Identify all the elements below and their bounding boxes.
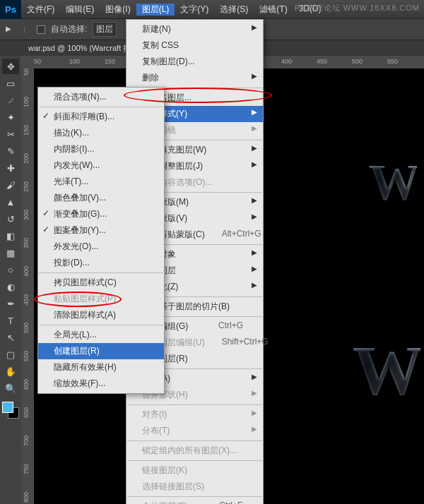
submenu-arrow-icon: ▶ (252, 196, 257, 204)
menu-item[interactable]: 外发光(O)... (38, 239, 164, 255)
auto-select-label: 自动选择: (51, 23, 87, 35)
check-icon: ✓ (42, 224, 49, 234)
layer-select-dropdown[interactable]: 图层 (93, 22, 117, 37)
menu-separator (127, 460, 262, 461)
submenu-arrow-icon: ▶ (252, 72, 257, 80)
ruler-vertical: 5010015020025030035040045050055060065070… (21, 68, 34, 504)
menu-separator (39, 325, 163, 325)
zoom-tool[interactable]: 🔍 (2, 380, 19, 396)
menu-item[interactable]: 拷贝图层样式(C) (38, 275, 164, 291)
foreground-color[interactable] (2, 402, 13, 413)
check-icon: ✓ (42, 208, 49, 218)
text-effect-top: W (369, 153, 417, 212)
submenu-arrow-icon: ▶ (252, 124, 257, 132)
menu-item: 合并图层(E)Ctrl+E (126, 498, 263, 504)
move-tool[interactable]: ✥ (2, 59, 19, 74)
brush-tool[interactable]: 🖌 (2, 177, 19, 193)
dodge-tool[interactable]: ◐ (2, 279, 19, 294)
menu-separator (127, 440, 262, 441)
menu-item: 对齐(I)▶ (126, 407, 263, 423)
hand-tool[interactable]: ✋ (2, 364, 19, 379)
pen-tool[interactable]: ✒ (2, 296, 19, 311)
submenu-arrow-icon: ▶ (252, 144, 257, 152)
history-brush-tool[interactable]: ↺ (2, 211, 19, 227)
menu-item[interactable]: 内发光(W)... (38, 157, 164, 174)
menu-separator (127, 404, 262, 405)
move-tool-icon[interactable] (6, 23, 18, 36)
menu-item[interactable]: 斜面和浮雕(B)...✓ (38, 109, 164, 125)
path-tool[interactable]: ↖ (2, 330, 19, 345)
menu-item[interactable]: 描边(K)... (38, 125, 164, 141)
menu-item[interactable]: 颜色叠加(V)... (38, 190, 164, 206)
menu-separator (39, 107, 163, 107)
menu-item[interactable]: 创建图层(R) (38, 343, 164, 359)
submenu-arrow-icon: ▶ (252, 23, 257, 31)
wand-tool[interactable]: ✦ (2, 109, 19, 125)
menubar-item[interactable]: 文件(F) (21, 4, 60, 16)
blur-tool[interactable]: ○ (2, 262, 19, 277)
submenu-arrow-icon: ▶ (252, 248, 257, 256)
menu-item: 粘贴图层样式(P) (38, 291, 164, 307)
layer-style-submenu: 混合选项(N)...斜面和浮雕(B)...✓描边(K)...内阴影(I)...内… (37, 87, 165, 394)
submenu-arrow-icon: ▶ (252, 212, 257, 220)
healing-tool[interactable]: ✚ (2, 160, 19, 176)
submenu-arrow-icon: ▶ (252, 389, 257, 397)
shape-tool[interactable]: ▢ (2, 347, 19, 362)
menu-item[interactable]: 复制图层(D)... (126, 54, 263, 70)
app-logo: Ps (0, 0, 21, 19)
submenu-arrow-icon: ▶ (252, 373, 257, 380)
menu-item[interactable]: 缩放效果(F)... (38, 376, 164, 392)
menubar-item[interactable]: 滤镜(T) (254, 4, 293, 16)
menu-separator (127, 496, 262, 497)
auto-select-checkbox[interactable] (37, 25, 45, 34)
menubar-item[interactable]: 图层(L) (136, 4, 175, 16)
tools-panel: ✥ ▭ ⟋ ✦ ✂ ✎ ✚ 🖌 ▲ ↺ ◧ ▦ ○ ◐ ✒ T ↖ ▢ ✋ 🔍 (0, 56, 21, 504)
menu-item[interactable]: 删除▶ (126, 70, 263, 86)
eraser-tool[interactable]: ◧ (2, 228, 19, 244)
menu-item: 分布(T)▶ (126, 423, 263, 439)
document-tab[interactable]: war.psd @ 100% (Warcraft 拷 (21, 43, 138, 54)
eyedropper-tool[interactable]: ✎ (2, 143, 19, 159)
menu-item[interactable]: 新建(N)▶ (126, 21, 263, 37)
gradient-tool[interactable]: ▦ (2, 245, 19, 260)
type-tool[interactable]: T (2, 313, 19, 328)
menubar-item[interactable]: 图像(I) (100, 4, 136, 16)
color-swatches[interactable] (2, 402, 19, 419)
menubar-item[interactable]: 编辑(E) (60, 4, 100, 16)
menu-separator (39, 272, 163, 273)
submenu-arrow-icon: ▶ (252, 281, 257, 289)
menu-item: 锁定组内的所有图层(X)... (126, 443, 263, 459)
menu-item[interactable]: 隐藏所有效果(H) (38, 359, 164, 376)
menubar-item[interactable]: 选择(S) (214, 4, 254, 16)
submenu-arrow-icon: ▶ (252, 160, 257, 168)
tool-preset-dropdown[interactable] (24, 26, 31, 33)
text-effect-bottom: W (353, 330, 420, 411)
check-icon: ✓ (42, 111, 49, 121)
stamp-tool[interactable]: ▲ (2, 194, 19, 210)
menu-item: 链接图层(K) (126, 462, 263, 479)
menu-item[interactable]: 复制 CSS (126, 37, 263, 54)
lasso-tool[interactable]: ⟋ (2, 92, 19, 108)
menu-item[interactable]: 光泽(T)... (38, 174, 164, 190)
submenu-arrow-icon: ▶ (252, 409, 257, 416)
menu-item[interactable]: 投影(D)... (38, 255, 164, 271)
crop-tool[interactable]: ✂ (2, 126, 19, 142)
menu-item[interactable]: 混合选项(N)... (38, 89, 164, 105)
watermark: PS教程论坛 WWW.16XX8.COM (295, 3, 420, 13)
submenu-arrow-icon: ▶ (252, 265, 257, 272)
menu-item[interactable]: 全局光(L)... (38, 327, 164, 343)
menubar-item[interactable]: 文字(Y) (175, 4, 214, 16)
submenu-arrow-icon: ▶ (252, 425, 257, 433)
submenu-arrow-icon: ▶ (252, 108, 257, 116)
menu-item[interactable]: 内阴影(I)... (38, 141, 164, 157)
marquee-tool[interactable]: ▭ (2, 76, 19, 91)
menu-item[interactable]: 图案叠加(Y)...✓ (38, 222, 164, 239)
menu-item[interactable]: 渐变叠加(G)...✓ (38, 206, 164, 222)
menu-item: 选择链接图层(S) (126, 479, 263, 495)
menu-item[interactable]: 清除图层样式(A) (38, 307, 164, 323)
menubar: 文件(F)编辑(E)图像(I)图层(L)文字(Y)选择(S)滤镜(T)3D(D) (21, 4, 327, 16)
